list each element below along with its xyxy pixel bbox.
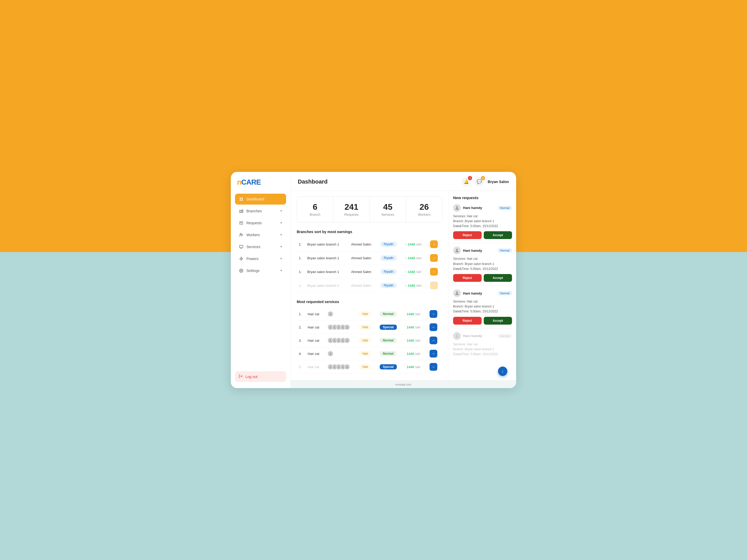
rank-cell: 4. (297, 347, 306, 361)
list-item: 5. Hair cat Hair Special 1440 SAR → (297, 361, 442, 374)
svg-point-12 (330, 326, 331, 327)
navigate-button[interactable]: → (430, 323, 437, 331)
navigate-button[interactable]: → (430, 254, 438, 262)
accept-button[interactable]: Accept (484, 274, 512, 282)
branch-name-cell: Bryan salon branch 1 (305, 265, 349, 279)
reject-button[interactable]: Reject (453, 231, 482, 239)
logout-button[interactable]: Log out (235, 371, 286, 382)
request-actions: Reject Accept (453, 274, 512, 282)
svg-point-7 (240, 233, 241, 235)
chevron-down-icon: ▼ (280, 210, 282, 212)
navigate-button[interactable]: → (430, 337, 437, 344)
stat-label: Requests (344, 213, 358, 216)
category-cell: Hair (357, 308, 378, 321)
avatar (328, 311, 333, 317)
service-name-cell: Hair cat (306, 334, 326, 347)
logo: nCARE (235, 178, 286, 186)
manager-cell: Ahmed Salim (349, 279, 379, 292)
stat-label: Branch (310, 213, 320, 216)
requester-avatar (453, 246, 461, 254)
sidebar-item-services[interactable]: Services ▼ (235, 241, 286, 252)
message-icon: 💬 (477, 179, 482, 184)
navigate-button[interactable]: → (430, 310, 437, 318)
amount-cell: 1440 SAR (405, 347, 428, 361)
stat-services: 45 Services (370, 197, 406, 222)
amount-cell: 1440 SAR (405, 361, 428, 374)
request-actions: Reject Accept (453, 317, 512, 325)
chevron-down-icon: ▼ (280, 245, 282, 248)
sidebar-item-requests[interactable]: Requests ▼ (235, 217, 286, 229)
stat-number: 26 (420, 203, 429, 212)
accept-button[interactable]: Accept (484, 317, 512, 325)
branch-name-cell: Bryan salon branch 1 (305, 251, 349, 265)
avatar (328, 351, 333, 356)
earnings-cell: ↑ 1440 SAR (403, 251, 428, 265)
avatar (344, 324, 350, 330)
manager-cell: Ahmed Salim (349, 238, 379, 251)
stat-requests: 241 Requests (333, 197, 369, 222)
rank-cell: 1. (297, 238, 305, 251)
accept-button[interactable]: Accept (484, 231, 512, 239)
navigate-button[interactable]: → (430, 350, 437, 357)
request-actions: Reject Accept (453, 231, 512, 239)
sidebar-item-dashboard[interactable]: Dashboard (235, 194, 286, 205)
priority-badge: Normal (498, 248, 512, 252)
sidebar-item-branches[interactable]: Branches ▼ (235, 206, 286, 216)
city-cell: Riyadh (379, 251, 403, 265)
request-info: Services: Hair cat Branch: Bryan salon b… (453, 214, 512, 229)
sidebar-item-settings[interactable]: Settings ▼ (235, 265, 286, 276)
earnings-cell: ↑ 1440 SAR (403, 265, 428, 279)
sidebar-item-workers[interactable]: Workers ▼ (235, 230, 286, 240)
svg-point-30 (456, 291, 458, 293)
svg-rect-4 (239, 210, 241, 213)
powers-icon (239, 256, 244, 261)
request-card: Hani hamdy Normal Services: Hair cat Bra… (453, 246, 512, 286)
navigate-button[interactable]: → (430, 282, 438, 289)
message-button[interactable]: 💬 5 (475, 177, 484, 186)
level-cell: Normal (378, 347, 405, 361)
chevron-down-icon: ▼ (280, 233, 282, 236)
action-cell: → (428, 308, 442, 321)
navigate-button[interactable]: → (430, 240, 438, 248)
action-cell: → (428, 251, 442, 265)
amount-cell: 1440 SAR (405, 321, 428, 334)
topbar-right: 🔔 2 💬 5 Bryan Salon (462, 177, 509, 186)
sidebar-item-label: Services (247, 245, 277, 249)
navigate-button[interactable]: → (430, 363, 437, 371)
list-item: 4. Hair cat Hair Normal 1440 SAR → (297, 347, 442, 361)
services-icon (239, 244, 244, 249)
notification-button[interactable]: 🔔 2 (462, 177, 471, 186)
service-name-cell: Hair cat (306, 361, 326, 374)
level-cell: Special (378, 361, 405, 374)
logout-icon (239, 374, 243, 379)
branches-table: 1. Bryan salon branch 1 Ahmed Salim Riya… (297, 238, 442, 292)
user-name: Bryan Salon (488, 180, 509, 184)
category-cell: Hair (357, 321, 378, 334)
svg-point-25 (338, 366, 339, 367)
level-cell: Normal (378, 308, 405, 321)
sidebar-item-powers[interactable]: Powers ▼ (235, 253, 286, 264)
rank-cell: 2. (297, 321, 306, 334)
requester-name: Hani hamdy (463, 206, 496, 210)
rank-cell: 1. (297, 279, 305, 292)
priority-badge: Normal (498, 334, 512, 338)
request-header: Hani hamdy Normal (453, 289, 512, 297)
svg-point-13 (334, 326, 335, 327)
requests-icon (239, 220, 244, 225)
navigate-button[interactable]: → (430, 268, 438, 275)
requester-avatar (453, 289, 461, 297)
svg-rect-5 (242, 210, 243, 213)
services-table: 1. Hair cat Hair Normal 1440 SAR → 2. Ha… (297, 308, 442, 374)
reject-button[interactable]: Reject (453, 317, 482, 325)
svg-point-27 (346, 366, 348, 367)
sidebar-item-label: Branches (247, 209, 277, 213)
action-cell: → (428, 279, 442, 292)
sidebar-item-label: Settings (247, 269, 277, 273)
sidebar-item-label: Workers (247, 233, 277, 237)
scroll-down-fab[interactable]: ↓ (498, 367, 507, 376)
svg-point-23 (330, 366, 331, 367)
reject-button[interactable]: Reject (453, 274, 482, 282)
action-cell: → (428, 238, 442, 251)
svg-point-29 (456, 249, 458, 251)
svg-rect-2 (240, 199, 241, 201)
